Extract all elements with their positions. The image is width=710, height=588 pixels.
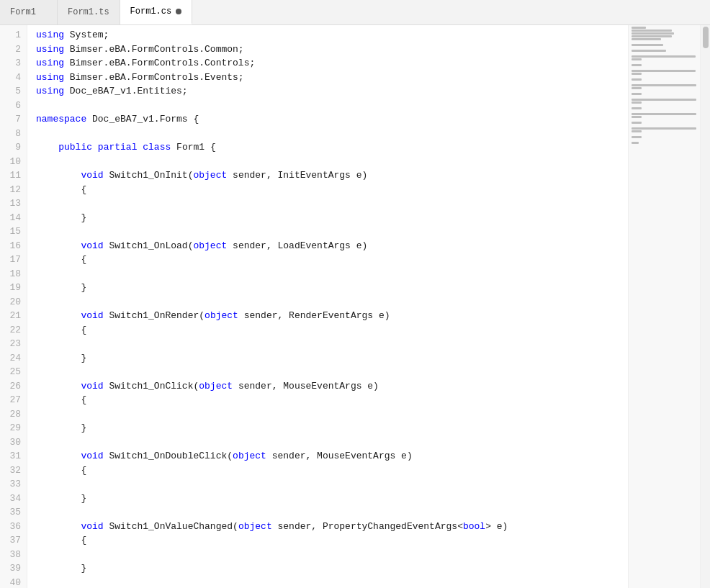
line-number: 24 [3, 351, 21, 366]
line-number: 9 [3, 140, 21, 155]
code-line: } [27, 281, 628, 295]
minimap-line [632, 122, 642, 124]
minimap-line [632, 99, 696, 101]
code-line: } [27, 211, 628, 225]
code-line: { [27, 323, 628, 338]
code-line: } [27, 421, 628, 435]
minimap-line [632, 50, 666, 52]
code-line [27, 99, 628, 113]
line-number: 5 [3, 84, 21, 99]
line-number: 10 [3, 155, 21, 169]
code-line: void Switch1_OnValueChanged(object sende… [27, 520, 628, 534]
code-line [27, 435, 628, 450]
scrollbar-area[interactable] [700, 25, 710, 588]
minimap-line [632, 113, 696, 115]
code-line: { [27, 183, 628, 197]
line-number: 7 [3, 112, 21, 127]
line-number: 15 [3, 225, 21, 239]
code-line: { [27, 393, 628, 407]
code-line: } [27, 351, 628, 366]
line-number: 20 [3, 295, 21, 309]
code-line: using Bimser.eBA.FormControls.Controls; [27, 56, 628, 71]
line-number: 31 [3, 449, 21, 463]
code-line: void Switch1_OnRender(object sender, Ren… [27, 309, 628, 323]
code-line: { [27, 253, 628, 267]
code-line: } [27, 492, 628, 506]
line-number: 21 [3, 309, 21, 323]
code-line [27, 127, 628, 141]
minimap-line [632, 101, 642, 104]
minimap-line [632, 58, 642, 60]
minimap-line [632, 84, 696, 86]
line-number: 18 [3, 267, 21, 281]
code-line: void Switch1_OnLoad(object sender, LoadE… [27, 239, 628, 253]
minimap-line [632, 70, 696, 72]
code-line [27, 505, 628, 520]
minimap-line [632, 136, 642, 138]
code-line [27, 155, 628, 169]
tab-label: Form1.cs [130, 6, 172, 17]
line-number: 12 [3, 183, 21, 197]
minimap-line [632, 142, 639, 144]
line-number: 16 [3, 239, 21, 253]
code-line: using System; [27, 28, 628, 42]
minimap-line [632, 127, 696, 130]
code-line [27, 548, 628, 562]
tab-bar: Form1Form1.tsForm1.cs [0, 0, 710, 25]
minimap-line [632, 35, 672, 37]
line-number: 3 [3, 56, 21, 71]
tab-form1[interactable]: Form1 [0, 0, 58, 24]
line-number: 8 [3, 127, 21, 141]
line-number: 14 [3, 211, 21, 225]
tab-label: Form1 [10, 7, 36, 17]
line-number: 11 [3, 168, 21, 183]
code-line: void Switch1_OnDoubleClick(object sender… [27, 449, 628, 463]
line-number: 25 [3, 365, 21, 379]
line-number: 1 [3, 28, 21, 42]
minimap-line [632, 30, 672, 32]
scrollbar-thumb[interactable] [703, 27, 709, 48]
code-line: { [27, 533, 628, 548]
tab-form1-cs[interactable]: Form1.cs [120, 0, 193, 24]
minimap-line [632, 27, 646, 29]
line-number: 30 [3, 435, 21, 450]
code-area[interactable]: using System;using Bimser.eBA.FormContro… [27, 25, 628, 588]
minimap-line [632, 78, 642, 81]
minimap-line [632, 87, 642, 89]
line-number: 19 [3, 281, 21, 295]
code-line [27, 337, 628, 351]
code-line: using Bimser.eBA.FormControls.Common; [27, 42, 628, 57]
code-line [27, 365, 628, 379]
line-number: 2 [3, 42, 21, 57]
tab-form1-ts[interactable]: Form1.ts [58, 0, 120, 24]
line-number: 32 [3, 463, 21, 478]
line-number: 28 [3, 407, 21, 422]
code-line: using Bimser.eBA.FormControls.Events; [27, 71, 628, 85]
code-line [27, 196, 628, 211]
code-line [27, 267, 628, 281]
code-line [27, 295, 628, 309]
line-number: 17 [3, 253, 21, 267]
line-number: 4 [3, 71, 21, 85]
code-line: } [27, 561, 628, 576]
editor-container: 1234567891011121314151617181920212223242… [0, 25, 710, 588]
line-number: 22 [3, 323, 21, 338]
minimap-line [632, 73, 642, 75]
minimap-line [632, 32, 674, 35]
minimap-line [632, 44, 663, 46]
code-line [27, 225, 628, 239]
code-line: using Doc_eBA7_v1.Entities; [27, 84, 628, 99]
line-number: 37 [3, 533, 21, 548]
minimap-line [632, 130, 642, 132]
tab-label: Form1.ts [68, 7, 109, 17]
minimap-line [632, 55, 696, 58]
minimap-line [632, 93, 642, 95]
line-number: 35 [3, 505, 21, 520]
minimap-line [632, 38, 661, 40]
minimap [628, 25, 700, 588]
code-line: void Switch1_OnClick(object sender, Mous… [27, 379, 628, 394]
minimap-line [632, 64, 642, 66]
line-numbers: 1234567891011121314151617181920212223242… [0, 25, 27, 588]
code-line [27, 477, 628, 492]
line-number: 33 [3, 477, 21, 492]
